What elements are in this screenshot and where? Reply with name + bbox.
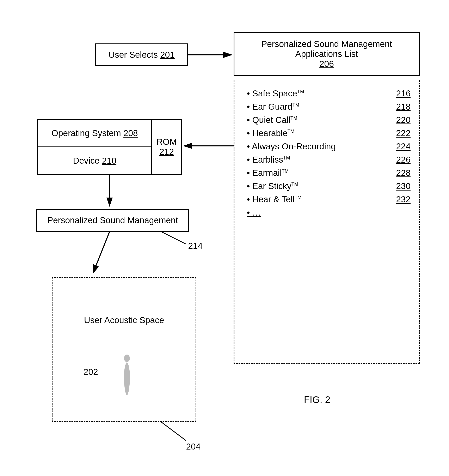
svg-line-6 [161,422,186,441]
app-ref: 218 [396,102,410,112]
app-ref: 224 [396,142,410,151]
app-name: • Ear StickyTM [247,181,298,191]
operating-system-ref: 208 [123,128,138,138]
app-name: • Quiet CallTM [247,115,297,125]
app-list-item: • Hear & TellTM232 [247,195,410,204]
app-name: • HearableTM [247,128,294,138]
app-ref: 216 [396,89,410,98]
system-compound-box: Operating System 208 Device 210 ROM 212 [37,119,182,175]
apps-list-ref: 206 [319,59,334,69]
app-name: • EarmailTM [247,168,289,178]
app-name: • Always On-Recording [247,142,336,151]
user-selects-box: User Selects 201 [95,43,188,66]
apps-list-title-line2: Applications List [239,49,415,59]
app-list-ellipsis: • … [247,208,410,218]
device-ref: 210 [102,156,116,166]
rom-box: ROM 212 [151,120,181,174]
psm-callout-ref: 214 [188,241,202,251]
apps-list-body: • Safe SpaceTM216• Ear GuardTM218• Quiet… [234,80,419,229]
rom-label: ROM [157,137,177,147]
app-list-item: • Safe SpaceTM216 [247,89,410,98]
app-name: • Ear GuardTM [247,102,299,112]
apps-list-title-line1: Personalized Sound Management [239,39,415,49]
operating-system-box: Operating System 208 [38,120,151,147]
app-ref: 220 [396,115,410,125]
acoustic-space-box: User Acoustic Space 202 [52,277,196,422]
app-name: • Safe SpaceTM [247,89,304,98]
psm-label: Personalized Sound Management [47,215,178,225]
person-icon [121,355,133,396]
app-ref: 232 [396,195,410,204]
app-ref: 226 [396,155,410,165]
app-list-item: • Ear StickyTM230 [247,181,410,191]
acoustic-space-callout-ref: 204 [186,442,201,452]
arrow-user-selects-to-apps [188,50,236,62]
svg-line-4 [93,232,110,273]
rom-ref: 212 [159,147,174,157]
app-list-item: • EarmailTM228 [247,168,410,178]
svg-line-3 [161,232,186,244]
app-name: • EarblissTM [247,155,290,165]
app-list-item: • Always On-Recording224 [247,142,410,151]
app-name: • Hear & TellTM [247,195,301,204]
app-list-item: • Ear GuardTM218 [247,102,410,112]
figure-caption: FIG. 2 [304,394,330,405]
app-list-item: • Quiet CallTM220 [247,115,410,125]
app-ref: 222 [396,128,410,138]
arrow-psm-to-acoustic [89,232,114,277]
callout-line-acoustic [161,422,194,445]
apps-list-header-box: Personalized Sound Management Applicatio… [234,32,420,76]
user-selects-label: User Selects [108,50,158,60]
device-box: Device 210 [38,147,151,174]
app-list-item: • HearableTM222 [247,128,410,138]
apps-list-body-box: • Safe SpaceTM216• Ear GuardTM218• Quiet… [234,80,420,364]
device-label: Device [73,156,99,166]
svg-point-5 [124,355,130,362]
app-ref: 228 [396,168,410,178]
arrow-apps-to-rom [182,141,236,153]
acoustic-space-label: User Acoustic Space [52,315,196,325]
app-list-item: • EarblissTM226 [247,155,410,165]
psm-box: Personalized Sound Management [36,209,189,232]
app-ref: 230 [396,181,410,191]
operating-system-label: Operating System [51,128,121,138]
user-selects-ref: 201 [160,50,175,60]
arrow-system-to-psm [103,175,116,210]
diagram-canvas: User Selects 201 Personalized Sound Mana… [0,0,449,476]
acoustic-space-ref: 202 [84,367,98,377]
